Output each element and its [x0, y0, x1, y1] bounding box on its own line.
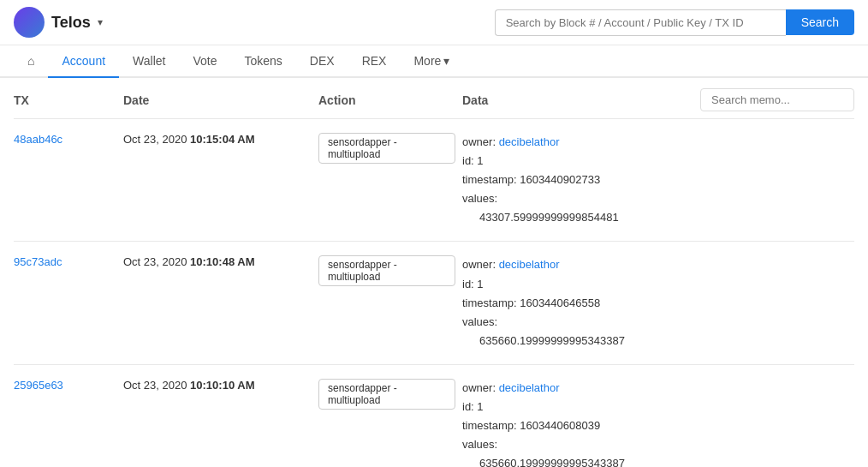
values-label-line: values:	[462, 313, 854, 332]
tab-rex-label: REX	[362, 54, 387, 68]
tx-link[interactable]: 48aab46c	[14, 133, 116, 146]
time-text: 10:10:10 AM	[190, 379, 254, 392]
date-text: Oct 23, 2020	[123, 379, 187, 392]
tab-vote-label: Vote	[193, 54, 217, 68]
action-cell: sensordapper - multiupload	[318, 379, 455, 410]
home-icon: ⌂	[27, 54, 34, 68]
values-value: 43307.59999999999854481	[462, 208, 854, 227]
id-label: id:	[462, 400, 477, 413]
id-line: id: 1	[462, 398, 854, 416]
tab-wallet[interactable]: Wallet	[119, 45, 179, 78]
tab-more-label: More	[413, 54, 441, 68]
tab-more[interactable]: More ▾	[400, 45, 463, 78]
id-label: id:	[462, 278, 477, 290]
owner-line: owner: decibelathor	[462, 255, 854, 274]
owner-label: owner:	[462, 381, 499, 394]
table-row: 48aab46c Oct 23, 2020 10:15:04 AM sensor…	[14, 119, 854, 242]
values-value: 635660.19999999995343387	[462, 332, 854, 350]
time-text: 10:10:48 AM	[190, 255, 254, 268]
values-value: 635660.19999999995343387	[462, 454, 854, 467]
memo-search-input[interactable]	[700, 88, 854, 111]
nav-tabs: ⌂ Account Wallet Vote Tokens DEX REX Mor…	[0, 45, 868, 78]
date-cell: Oct 23, 2020 10:10:48 AM	[123, 255, 312, 268]
tx-link[interactable]: 25965e63	[14, 379, 116, 392]
action-cell: sensordapper - multiupload	[318, 133, 455, 164]
table-header: TX Date Action Data	[14, 78, 854, 119]
action-cell: sensordapper - multiupload	[318, 255, 455, 286]
col-data: Data	[462, 93, 693, 107]
date-cell: Oct 23, 2020 10:10:10 AM	[123, 379, 312, 392]
search-button[interactable]: Search	[786, 9, 854, 35]
logo-icon	[14, 7, 45, 38]
values-label-line: values:	[462, 435, 854, 454]
tab-tokens[interactable]: Tokens	[230, 45, 295, 78]
tab-home[interactable]: ⌂	[14, 45, 48, 78]
id-value: 1	[477, 278, 483, 290]
app-name: Telos	[51, 14, 91, 32]
timestamp-line: timestamp: 1603440608039	[462, 416, 854, 435]
tab-tokens-label: Tokens	[244, 54, 282, 68]
top-bar: Telos ▾ Search	[0, 0, 868, 45]
timestamp-label: timestamp:	[462, 296, 520, 309]
data-cell: owner: decibelathor id: 1 timestamp: 160…	[462, 255, 854, 350]
more-chevron-icon: ▾	[443, 54, 449, 68]
col-date: Date	[123, 93, 312, 107]
data-cell: owner: decibelathor id: 1 timestamp: 160…	[462, 133, 854, 227]
date-text: Oct 23, 2020	[123, 133, 187, 146]
action-badge: sensordapper - multiupload	[318, 255, 455, 286]
values-label-line: values:	[462, 189, 854, 208]
search-input[interactable]	[495, 9, 786, 36]
owner-link[interactable]: decibelathor	[499, 135, 560, 148]
owner-link[interactable]: decibelathor	[499, 258, 560, 271]
tab-wallet-label: Wallet	[133, 54, 165, 68]
col-tx: TX	[14, 93, 116, 107]
timestamp-line: timestamp: 1603440646558	[462, 294, 854, 313]
logo-area: Telos ▾	[14, 7, 103, 38]
timestamp-line: timestamp: 1603440902733	[462, 171, 854, 189]
action-badge: sensordapper - multiupload	[318, 379, 455, 410]
tab-account-label: Account	[62, 54, 105, 68]
id-value: 1	[477, 400, 483, 413]
tx-link[interactable]: 95c73adc	[14, 255, 116, 268]
date-cell: Oct 23, 2020 10:15:04 AM	[123, 133, 312, 146]
action-badge: sensordapper - multiupload	[318, 133, 455, 164]
owner-line: owner: decibelathor	[462, 379, 854, 398]
timestamp-value: 1603440608039	[520, 419, 600, 432]
table-row: 25965e63 Oct 23, 2020 10:10:10 AM sensor…	[14, 365, 854, 467]
owner-label: owner:	[462, 258, 499, 271]
owner-line: owner: decibelathor	[462, 133, 854, 152]
timestamp-value: 1603440646558	[520, 296, 600, 309]
owner-label: owner:	[462, 135, 499, 148]
timestamp-value: 1603440902733	[520, 173, 600, 186]
col-action: Action	[318, 93, 455, 107]
tab-account[interactable]: Account	[48, 45, 119, 78]
id-line: id: 1	[462, 152, 854, 171]
id-label: id:	[462, 154, 477, 167]
tab-dex[interactable]: DEX	[296, 45, 348, 78]
owner-link[interactable]: decibelathor	[499, 381, 560, 394]
search-bar: Search	[495, 9, 854, 36]
id-line: id: 1	[462, 275, 854, 294]
tab-dex-label: DEX	[310, 54, 335, 68]
logo-dropdown-icon[interactable]: ▾	[98, 16, 103, 28]
id-value: 1	[477, 154, 483, 167]
time-text: 10:15:04 AM	[190, 133, 254, 146]
tab-vote[interactable]: Vote	[179, 45, 230, 78]
timestamp-label: timestamp:	[462, 419, 520, 432]
tab-rex[interactable]: REX	[348, 45, 401, 78]
transactions-table: TX Date Action Data 48aab46c Oct 23, 202…	[0, 78, 868, 467]
table-row: 95c73adc Oct 23, 2020 10:10:48 AM sensor…	[14, 242, 854, 364]
timestamp-label: timestamp:	[462, 173, 520, 186]
date-text: Oct 23, 2020	[123, 255, 187, 268]
data-cell: owner: decibelathor id: 1 timestamp: 160…	[462, 379, 854, 467]
